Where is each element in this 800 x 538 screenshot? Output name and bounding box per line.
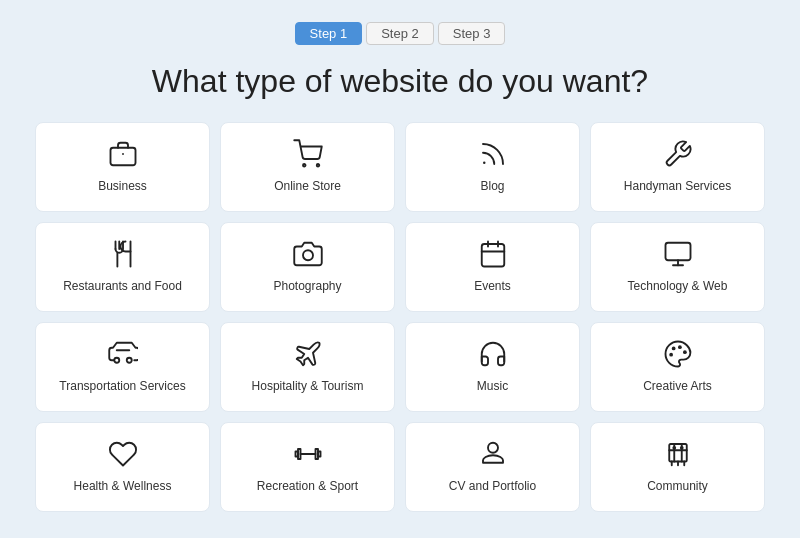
step-3[interactable]: Step 3 — [438, 22, 506, 45]
card-blog[interactable]: Blog — [405, 122, 580, 212]
svg-point-22 — [671, 347, 675, 351]
card-cv[interactable]: CV and Portfolio — [405, 422, 580, 512]
svg-point-17 — [114, 358, 119, 363]
heart-icon — [108, 439, 138, 473]
card-recreation-label: Recreation & Sport — [249, 479, 366, 495]
fork-knife-icon — [108, 239, 138, 273]
step-indicator: Step 1 Step 2 Step 3 — [295, 22, 506, 45]
card-events-label: Events — [466, 279, 519, 295]
card-creative-arts-label: Creative Arts — [635, 379, 720, 395]
card-events[interactable]: Events — [405, 222, 580, 312]
person-icon — [478, 439, 508, 473]
card-photography-label: Photography — [265, 279, 349, 295]
briefcase-icon — [108, 139, 138, 173]
category-grid: Business Online Store Blog Handyman Serv… — [15, 122, 785, 512]
card-business[interactable]: Business — [35, 122, 210, 212]
svg-point-18 — [126, 358, 131, 363]
card-handyman-label: Handyman Services — [616, 179, 739, 195]
card-community-label: Community — [639, 479, 716, 495]
wrench-icon — [663, 139, 693, 173]
svg-rect-0 — [110, 148, 135, 166]
monitor-icon — [663, 239, 693, 273]
camera-icon — [293, 239, 323, 273]
card-hospitality[interactable]: Hospitality & Tourism — [220, 322, 395, 412]
svg-rect-26 — [669, 444, 687, 462]
card-online-store-label: Online Store — [266, 179, 349, 195]
card-transportation-label: Transportation Services — [51, 379, 193, 395]
svg-rect-10 — [481, 244, 504, 267]
card-transportation[interactable]: Transportation Services — [35, 322, 210, 412]
card-health-label: Health & Wellness — [66, 479, 180, 495]
calendar-icon — [478, 239, 508, 273]
car-icon — [108, 339, 138, 373]
svg-point-21 — [683, 350, 687, 354]
card-restaurants-label: Restaurants and Food — [55, 279, 190, 295]
rss-icon — [478, 139, 508, 173]
svg-point-25 — [488, 443, 498, 453]
card-restaurants[interactable]: Restaurants and Food — [35, 222, 210, 312]
card-health[interactable]: Health & Wellness — [35, 422, 210, 512]
step-1[interactable]: Step 1 — [295, 22, 363, 45]
headphones-icon — [478, 339, 508, 373]
card-technology[interactable]: Technology & Web — [590, 222, 765, 312]
svg-point-23 — [669, 353, 673, 357]
community-icon — [663, 439, 693, 473]
svg-point-9 — [303, 250, 313, 260]
card-cv-label: CV and Portfolio — [441, 479, 544, 495]
card-handyman[interactable]: Handyman Services — [590, 122, 765, 212]
card-blog-label: Blog — [472, 179, 512, 195]
svg-point-3 — [316, 164, 319, 167]
page-title: What type of website do you want? — [152, 63, 648, 100]
svg-point-29 — [672, 446, 676, 450]
card-photography[interactable]: Photography — [220, 222, 395, 312]
card-music[interactable]: Music — [405, 322, 580, 412]
card-music-label: Music — [469, 379, 516, 395]
card-business-label: Business — [90, 179, 155, 195]
plane-icon — [293, 339, 323, 373]
svg-point-2 — [303, 164, 306, 167]
card-online-store[interactable]: Online Store — [220, 122, 395, 212]
card-creative-arts[interactable]: Creative Arts — [590, 322, 765, 412]
card-community[interactable]: Community — [590, 422, 765, 512]
step-2[interactable]: Step 2 — [366, 22, 434, 45]
dumbbell-icon — [293, 439, 323, 473]
card-technology-label: Technology & Web — [620, 279, 736, 295]
cart-icon — [293, 139, 323, 173]
svg-rect-14 — [665, 243, 690, 261]
card-recreation[interactable]: Recreation & Sport — [220, 422, 395, 512]
svg-point-4 — [483, 162, 486, 165]
card-hospitality-label: Hospitality & Tourism — [244, 379, 372, 395]
svg-point-30 — [679, 446, 683, 450]
palette-icon — [663, 339, 693, 373]
svg-point-20 — [678, 345, 682, 349]
